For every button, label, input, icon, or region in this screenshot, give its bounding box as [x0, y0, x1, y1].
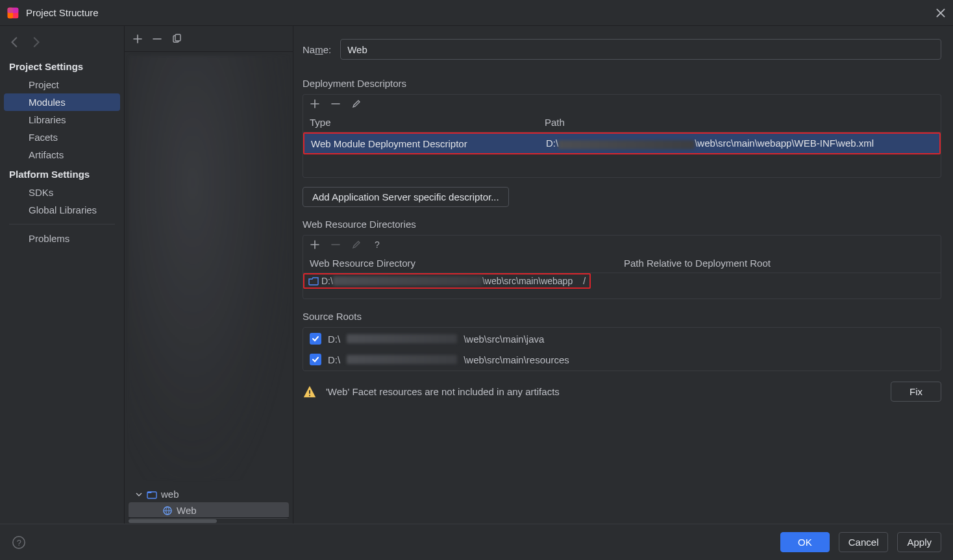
remove-icon[interactable]: [330, 239, 341, 250]
sidebar-item-global-libraries[interactable]: Global Libraries: [0, 201, 124, 219]
tree-facet-label: Web: [177, 505, 197, 516]
source-root-row[interactable]: D:\\web\src\main\resources: [310, 354, 934, 365]
wr-header-dir: Web Resource Directory: [310, 258, 624, 269]
warning-icon: [303, 385, 317, 399]
wr-row[interactable]: D:\ \web\src\main\webapp /: [303, 273, 591, 289]
wr-row-rel: /: [583, 276, 586, 286]
name-label: Name:: [303, 44, 331, 55]
remove-icon[interactable]: [152, 34, 162, 44]
dd-row-type: Web Module Deployment Descriptor: [311, 138, 546, 149]
tree-module-web[interactable]: web: [125, 486, 293, 502]
checkbox-checked-icon[interactable]: [310, 333, 321, 345]
sidebar-item-sdks[interactable]: SDKs: [0, 184, 124, 201]
wr-row-suffix: \web\src\main\webapp: [482, 276, 573, 286]
warning-text: 'Web' Facet resources are not included i…: [326, 386, 882, 397]
window-title: Project Structure: [26, 7, 99, 18]
fix-button[interactable]: Fix: [891, 382, 941, 402]
wr-table: Web Resource Directory Path Relative to …: [303, 254, 941, 299]
svg-text:?: ?: [375, 239, 380, 250]
section-platform-settings: Platform Settings: [0, 164, 124, 184]
app-icon: [6, 6, 19, 19]
add-app-server-descriptor-button[interactable]: Add Application Server specific descript…: [303, 187, 509, 207]
section-project-settings: Project Settings: [0, 56, 124, 76]
facet-editor: Name: Deployment Descriptors Type Path W…: [293, 26, 953, 524]
sidebar-item-facets[interactable]: Facets: [0, 128, 124, 146]
apply-button[interactable]: Apply: [897, 532, 941, 552]
dd-header-type: Type: [310, 117, 545, 128]
blurred-tree-area: [129, 56, 289, 480]
add-icon[interactable]: [310, 239, 320, 250]
copy-icon[interactable]: [171, 34, 182, 44]
wr-toolbar: ?: [303, 235, 941, 254]
web-facet-icon: [162, 505, 173, 516]
checkbox-checked-icon[interactable]: [310, 354, 321, 365]
source-roots-list: D:\\web\src\main\java D:\\web\src\main\r…: [303, 327, 941, 371]
dd-table: Type Path Web Module Deployment Descript…: [303, 113, 941, 178]
wr-row-prefix: D:\: [321, 276, 333, 286]
module-icon: [147, 489, 157, 500]
titlebar: Project Structure: [0, 0, 953, 26]
sidebar-item-modules[interactable]: Modules: [4, 93, 120, 111]
forward-icon[interactable]: [30, 36, 42, 48]
svg-rect-8: [309, 390, 310, 394]
ok-button[interactable]: OK: [780, 532, 830, 552]
edit-icon[interactable]: [351, 99, 362, 109]
chevron-down-icon: [135, 491, 143, 498]
close-icon[interactable]: [935, 7, 947, 19]
dd-toolbar: [303, 94, 941, 113]
svg-text:?: ?: [17, 537, 21, 547]
source-root-row[interactable]: D:\\web\src\main\java: [310, 333, 934, 345]
svg-rect-2: [8, 7, 19, 12]
horizontal-scrollbar[interactable]: [129, 517, 289, 524]
svg-rect-4: [175, 34, 180, 41]
add-icon[interactable]: [132, 34, 143, 44]
sidebar-item-libraries[interactable]: Libraries: [0, 111, 124, 128]
sidebar-item-project[interactable]: Project: [0, 76, 124, 93]
tree-facet-web[interactable]: Web: [129, 502, 289, 518]
folder-icon: [308, 276, 319, 286]
name-input[interactable]: [340, 39, 941, 60]
dd-header-path: Path: [545, 117, 934, 128]
add-icon[interactable]: [310, 99, 320, 109]
sidebar-item-artifacts[interactable]: Artifacts: [0, 146, 124, 164]
help-icon[interactable]: ?: [372, 239, 382, 250]
dialog-footer: ? OK Cancel Apply: [0, 524, 953, 560]
web-resource-title: Web Resource Directories: [303, 219, 941, 230]
source-roots-title: Source Roots: [303, 311, 941, 322]
module-tree-panel: web Web: [125, 26, 293, 524]
dd-row-path: D:\\web\src\main\webapp\WEB-INF\web.xml: [546, 138, 933, 149]
tree-module-label: web: [161, 489, 179, 500]
svg-rect-9: [309, 395, 310, 396]
settings-sidebar: Project Settings Project Modules Librari…: [0, 26, 125, 524]
help-icon[interactable]: ?: [12, 535, 26, 550]
back-icon[interactable]: [9, 36, 21, 48]
edit-icon[interactable]: [351, 239, 362, 250]
cancel-button[interactable]: Cancel: [839, 532, 889, 552]
sidebar-item-problems[interactable]: Problems: [0, 230, 124, 247]
remove-icon[interactable]: [330, 99, 341, 109]
dd-row[interactable]: Web Module Deployment Descriptor D:\\web…: [304, 134, 939, 153]
deployment-descriptors-title: Deployment Descriptors: [303, 78, 941, 89]
wr-header-rel: Path Relative to Deployment Root: [624, 258, 934, 269]
